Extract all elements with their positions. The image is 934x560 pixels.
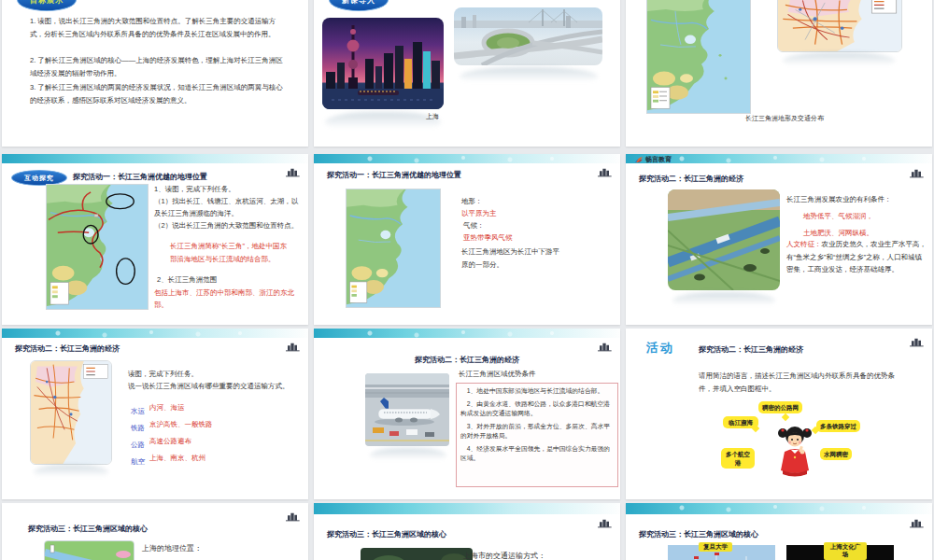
- culture-square-label-chip: 上海文化广场: [824, 542, 867, 560]
- transport-value-road: 高速公路遍布: [149, 435, 191, 448]
- bubble-airports: 多个航空港: [721, 448, 755, 469]
- slide-2-intro[interactable]: 新课导入: [314, 0, 620, 147]
- advantage-point-4: 4、经济发展水平全国领先，是中国综合实力最强的区域。: [460, 444, 614, 464]
- human-feature-label: 人文特征：: [786, 240, 822, 248]
- building-icon: [286, 511, 301, 522]
- transport-value-rail: 京沪高铁、一般铁路: [149, 418, 213, 431]
- terrain-map-image: [646, 0, 751, 114]
- task-line-3: （2）说出长江三角洲的大致范围和位置特点。: [154, 219, 304, 231]
- advantages-heading: 长江三角洲区域优势条件: [459, 368, 616, 381]
- goal-paragraph-1: 1. 读图，说出长江三角洲的大致范围和位置特点。了解长三角主要的交通运输方式，分…: [30, 15, 284, 40]
- terrain-note: 长江三角洲地区为长江中下游平原的一部分。: [461, 245, 566, 271]
- brand-logo: 畅言教育: [635, 155, 672, 164]
- terrain-map-annotated: [46, 184, 149, 310]
- bubble-tail: [782, 413, 789, 421]
- goal-badge: 目标展示: [17, 0, 77, 11]
- slide-6-activity2-agriculture[interactable]: 畅言教育 探究活动二：长江三角洲的经济 长江三角洲发展农业的有利条: [626, 154, 932, 325]
- advantage-point-2: 2、由黄金水道、铁路和公路，以众多港口和航空港构成发达的交通运输网络。: [460, 399, 614, 419]
- slide-10-activity3-position[interactable]: 探究活动三：长江三角洲区域的核心 上海的地理位置：: [2, 503, 308, 560]
- shanghai-position-map: [44, 540, 134, 560]
- interchange-art: [454, 7, 602, 65]
- satellite-art: [361, 548, 473, 560]
- traffic-map-art: [778, 0, 901, 51]
- task-line-1: 1、读图，完成下列任务。: [154, 183, 304, 195]
- advantage-point-1: 1、地处中国东部沿海地区与长江流域的结合部。: [460, 386, 614, 397]
- maps-caption: 长江三角洲地形及交通分布: [745, 114, 824, 123]
- wing-logo-icon: [635, 156, 644, 163]
- building-icon: [598, 341, 613, 352]
- bubble-road-network: 稠密的公路网: [758, 401, 802, 413]
- slide-title: 探究活动二：长江三角洲的经济: [699, 344, 803, 355]
- transport-label-water: 水运: [131, 405, 145, 418]
- bubble-water-network: 水网稠密: [820, 448, 852, 460]
- slide-sorter-board: 目标展示 1. 读图，说出长江三角洲的大致范围和位置特点。了解长三角主要的交通运…: [0, 0, 934, 560]
- goal-paragraph-2: 2. 了解长江三角洲区域的核心——上海的经济发展特色，理解上海对长江三角洲区域经…: [30, 54, 284, 79]
- transport-value-water: 内河、海运: [149, 401, 185, 414]
- slide-title: 探究活动三：长江三角洲区域的核心: [639, 529, 758, 539]
- slide-header-bar: [314, 329, 620, 338]
- building-icon: [286, 341, 301, 352]
- slide-title: 探究活动三：长江三角洲区域的核心: [327, 529, 446, 539]
- slide-1-goals[interactable]: 目标展示 1. 读图，说出长江三角洲的大致范围和位置特点。了解长三角主要的交通运…: [2, 0, 308, 147]
- building-icon: [910, 517, 925, 528]
- slide-title: 探究活动二：长江三角洲的经济: [15, 343, 120, 354]
- transport-label-rail: 铁路: [131, 422, 145, 435]
- answer-range: 包括上海市、江苏的中部和南部、浙江的东北部。: [154, 287, 305, 312]
- climate-value: 亚热带季风气候: [463, 231, 513, 245]
- slide-5-activity1-terrain[interactable]: 探究活动一：长江三角洲优越的地理位置 地形： 以平原为主 气候： 亚: [314, 154, 620, 325]
- airport-art: [365, 373, 449, 446]
- slide-title: 探究活动一：长江三角洲优越的地理位置: [73, 172, 207, 182]
- heading-range: 2、长江三角洲范围: [157, 273, 297, 287]
- slide-12-activity3-core[interactable]: 探究活动三：长江三角洲区域的核心 复旦大学: [626, 503, 932, 560]
- slide-header-bar: [626, 154, 932, 163]
- terrain-label: 地形：: [461, 195, 483, 208]
- bridge-reflection: [460, 67, 598, 86]
- goal-badge-label: 目标展示: [30, 0, 64, 6]
- slide-title: 探究活动二：长江三角洲的经济: [314, 355, 620, 365]
- agri-red-1: 地势低平、气候湿润，: [803, 210, 925, 223]
- shanghai-skyline-photo: [322, 18, 444, 109]
- task-line-2: （1）找出长江、钱塘江、京杭运河、太湖，以及长江三角洲濒临的海洋。: [154, 195, 304, 219]
- canal-photo-reflection: [672, 292, 775, 309]
- building-icon: [910, 336, 925, 347]
- slide-header-bar: [626, 503, 932, 514]
- canal-aerial-art: [668, 189, 780, 290]
- advantage-point-3: 3、对外开放的前沿，形成全方位、多层次、高水平的对外开放格局。: [460, 422, 614, 441]
- shanghai-caption: 上海: [426, 112, 439, 121]
- slide-8-activity2-advantages[interactable]: 探究活动二：长江三角洲的经济: [314, 329, 620, 499]
- slide-11-activity3-transport[interactable]: 探究活动三：长江三角洲区域的核心 上海市的交通运输方式：: [314, 503, 620, 560]
- intro-badge: 新课导入: [329, 0, 389, 11]
- traffic-map-art: [31, 361, 111, 464]
- climate-label: 气候：: [463, 219, 485, 232]
- slide-9-activity-bubbles[interactable]: 活动 探究活动二：长江三角洲的经济 请用简洁的语言，描述长江三角洲区域内外联系所…: [626, 329, 932, 499]
- agri-lead: 长江三角洲发展农业的有利条件：: [786, 193, 927, 206]
- answer-region: 长江三角洲简称“长三角”，地处中国东部沿海地区与长江流域的结合部。: [170, 240, 291, 265]
- transport-label-air: 航空: [131, 455, 145, 469]
- airport-photo-reflection: [370, 448, 446, 463]
- shanghai-position-map-art: [45, 541, 134, 560]
- traffic-map-image: [30, 360, 112, 465]
- traffic-map-reflection: [783, 52, 895, 69]
- canal-aerial-photo: [668, 189, 780, 290]
- traffic-map-image: [777, 0, 902, 52]
- advantages-box: 1、地处中国东部沿海地区与长江流域的结合部。 2、由黄金水道、铁路和公路，以众多…: [456, 383, 618, 487]
- skyline-silhouette: [322, 18, 444, 109]
- fudan-label-chip: 复旦大学: [699, 542, 732, 552]
- terrain-map-annotated-art: [47, 185, 148, 309]
- building-icon: [910, 167, 925, 178]
- activity-prompt: 请用简洁的语言，描述长江三角洲区域内外联系所具备的优势条件，并填入空白图框中。: [699, 370, 902, 395]
- skyline-reflection: [325, 112, 441, 133]
- building-icon: [286, 166, 301, 177]
- building-icon: [598, 166, 613, 177]
- terrain-map-image: [346, 189, 441, 308]
- satellite-photo: [361, 548, 473, 560]
- slide-title: 探究活动二：长江三角洲的经济: [639, 174, 743, 184]
- slide-header-bar: [2, 329, 308, 338]
- traffic-map-reflection: [34, 465, 108, 480]
- slide-title: 探究活动三：长江三角洲区域的核心: [28, 524, 148, 534]
- interchange-bridge-photo: [454, 7, 602, 65]
- slide-3-maps[interactable]: 长江三角洲地形及交通分布: [626, 0, 932, 147]
- slide-4-activity1-position[interactable]: 互动探究 探究活动一：长江三角洲优越的地理位置: [2, 154, 308, 325]
- explore-badge-label: 互动探究: [24, 174, 54, 183]
- slide-7-activity2-transport[interactable]: 探究活动二：长江三角洲的经济 读图，完成下列任务。 说一说长江三角洲区域有哪些重…: [2, 329, 308, 499]
